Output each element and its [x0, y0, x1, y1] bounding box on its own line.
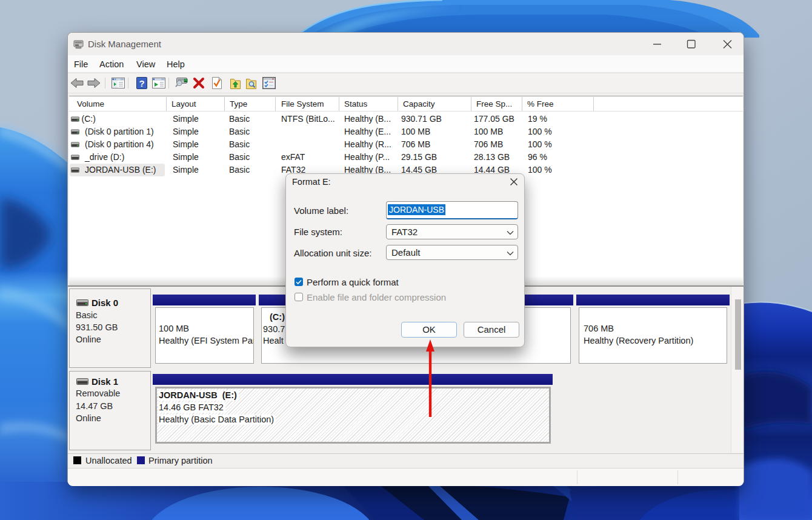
svg-text:?: ?: [139, 78, 144, 88]
